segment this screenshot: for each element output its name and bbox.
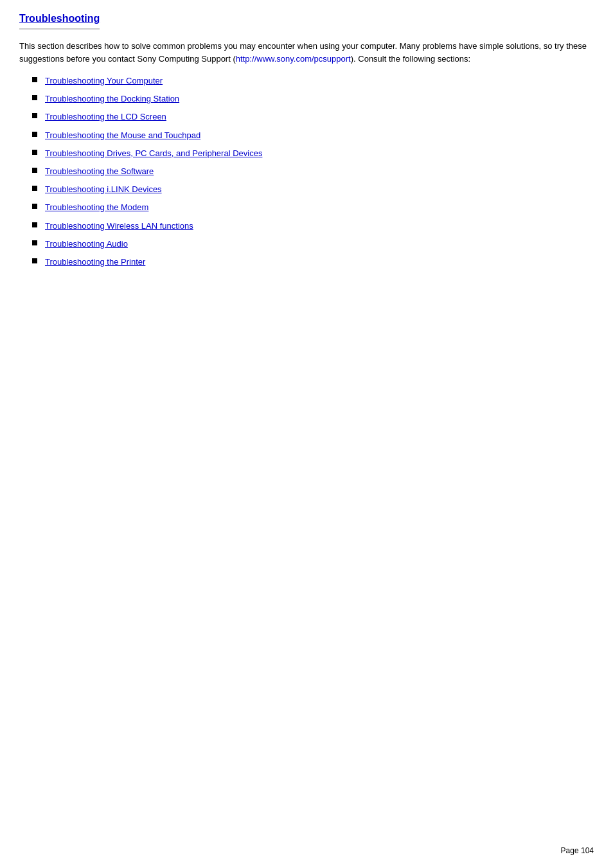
list-bullet <box>32 240 37 245</box>
list-item: Troubleshooting the Printer <box>32 256 594 268</box>
list-bullet <box>32 204 37 209</box>
list-bullet <box>32 132 37 137</box>
page-number: Page 104 <box>561 846 594 855</box>
list-item-link-1[interactable]: Troubleshooting the Docking Station <box>45 93 179 105</box>
list-item-link-7[interactable]: Troubleshooting the Modem <box>45 202 148 213</box>
list-bullet <box>32 150 37 155</box>
list-bullet <box>32 258 37 263</box>
page-container: Troubleshooting This section describes h… <box>0 0 613 313</box>
list-item-link-5[interactable]: Troubleshooting the Software <box>45 166 154 177</box>
list-item-link-9[interactable]: Troubleshooting Audio <box>45 238 128 250</box>
list-item: Troubleshooting the Docking Station <box>32 93 594 105</box>
list-item: Troubleshooting the Modem <box>32 202 594 213</box>
intro-paragraph: This section describes how to solve comm… <box>19 40 594 65</box>
list-bullet <box>32 113 37 118</box>
list-item: Troubleshooting the Software <box>32 166 594 177</box>
list-item: Troubleshooting Drives, PC Cards, and Pe… <box>32 148 594 159</box>
list-item-link-8[interactable]: Troubleshooting Wireless LAN functions <box>45 220 193 232</box>
list-item: Troubleshooting Wireless LAN functions <box>32 220 594 232</box>
list-item: Troubleshooting Your Computer <box>32 75 594 87</box>
list-item: Troubleshooting i.LINK Devices <box>32 184 594 195</box>
list-item-link-4[interactable]: Troubleshooting Drives, PC Cards, and Pe… <box>45 148 262 159</box>
list-item: Troubleshooting the Mouse and Touchpad <box>32 130 594 141</box>
list-item-link-2[interactable]: Troubleshooting the LCD Screen <box>45 111 166 123</box>
list-bullet <box>32 186 37 191</box>
list-bullet <box>32 95 37 100</box>
list-item-link-3[interactable]: Troubleshooting the Mouse and Touchpad <box>45 130 200 141</box>
support-link[interactable]: http://www.sony.com/pcsupport <box>236 54 351 64</box>
list-item: Troubleshooting the LCD Screen <box>32 111 594 123</box>
list-bullet <box>32 168 37 173</box>
list-bullet <box>32 222 37 227</box>
list-bullet <box>32 77 37 82</box>
page-title[interactable]: Troubleshooting <box>19 13 594 40</box>
list-item: Troubleshooting Audio <box>32 238 594 250</box>
list-item-link-10[interactable]: Troubleshooting the Printer <box>45 256 145 268</box>
list-item-link-0[interactable]: Troubleshooting Your Computer <box>45 75 163 87</box>
list-item-link-6[interactable]: Troubleshooting i.LINK Devices <box>45 184 162 195</box>
troubleshooting-links-list: Troubleshooting Your ComputerTroubleshoo… <box>32 75 594 268</box>
